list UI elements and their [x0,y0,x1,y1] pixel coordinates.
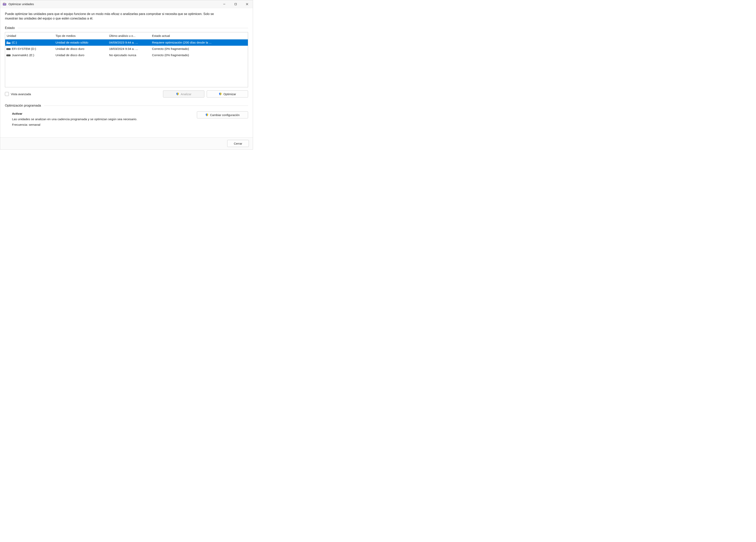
svg-rect-13 [7,42,8,43]
drive-name: (C:) [12,41,17,44]
checkbox-icon [5,92,9,96]
scheduled-section-header: Optimización programada [5,104,248,107]
svg-rect-1 [3,4,6,4]
scheduled-description: Las unidades se analizan en una cadencia… [12,116,193,122]
drive-media-type: Unidad de disco duro [54,47,107,51]
analyze-button[interactable]: Analizar [163,90,204,97]
drive-last-run: 18/03/2024 9:34 a. ... [107,47,150,51]
table-header: Unidad Tipo de medios Último análisis u … [5,32,248,39]
column-header-state[interactable]: Estado actual [150,34,239,37]
svg-point-4 [5,3,5,3]
drive-last-run: 04/09/2023 9:44 a. ... [107,41,150,44]
drive-media-type: Unidad de disco duro [54,53,107,57]
titlebar: Optimizar unidades [0,0,253,8]
drive-current-state: Correcto (0% fragmentado) [150,53,248,57]
scheduled-frequency: Frecuencia: semanal [12,122,193,127]
drive-current-state: Requiere optimización (200 días desde la… [150,41,248,44]
content-area: Puede optimizar las unidades para que el… [0,8,253,137]
optimize-button-label: Optimizar [223,92,236,96]
bottom-bar: Cerrar [0,137,253,149]
svg-rect-18 [7,55,9,56]
drive-name: EFI-SYSTEM (D:) [12,47,36,51]
change-settings-label: Cambiar configuración [210,113,240,117]
description-text: Puede optimizar las unidades para que el… [5,12,227,21]
scheduled-section-label: Optimización programada [5,104,41,107]
svg-rect-10 [7,41,7,42]
maximize-button[interactable] [230,0,241,8]
svg-point-16 [10,49,10,49]
shield-icon [205,113,208,116]
drive-last-run: No ejecutado nunca [107,53,150,57]
svg-rect-9 [6,43,10,44]
column-header-unit[interactable]: Unidad [5,34,54,37]
table-row[interactable]: EFI-SYSTEM (D:) Unidad de disco duro 18/… [5,46,248,52]
drives-table[interactable]: Unidad Tipo de medios Último análisis u … [5,32,248,87]
close-button[interactable] [241,0,253,8]
change-settings-button[interactable]: Cambiar configuración [197,111,248,118]
optimize-drives-window: Optimizar unidades Puede optimizar las u… [0,0,253,149]
scheduled-body: Activar Las unidades se analizan en una … [5,111,248,127]
optimize-button[interactable]: Optimizar [207,90,248,97]
drive-name: Juanmatek1 (E:) [12,53,34,57]
drive-icon [6,54,11,57]
svg-rect-11 [7,41,8,42]
svg-point-3 [4,2,5,3]
window-title: Optimizar unidades [8,2,34,6]
minimize-button[interactable] [219,0,230,8]
status-section-label: Estado [5,26,15,30]
drive-current-state: Correcto (0% fragmentado) [150,47,248,51]
table-body: (C:) Unidad de estado sólido 04/09/2023 … [5,39,248,58]
close-button-label: Cerrar [234,142,242,145]
advanced-view-checkbox[interactable]: Vista avanzada [5,92,31,96]
shield-icon [176,92,179,95]
shield-icon [219,92,222,95]
close-dialog-button[interactable]: Cerrar [227,140,249,147]
svg-rect-15 [7,49,9,49]
analyze-button-label: Analizar [181,92,191,96]
advanced-view-label: Vista avanzada [11,92,31,96]
svg-rect-12 [7,42,7,43]
drive-icon [6,41,11,44]
scheduled-heading: Activar [12,111,193,116]
app-icon [3,2,6,6]
column-header-last[interactable]: Último análisis u o... [107,34,150,37]
scheduled-text: Activar Las unidades se analizan en una … [12,111,193,127]
drive-icon [6,47,11,50]
table-row[interactable]: (C:) Unidad de estado sólido 04/09/2023 … [5,39,248,46]
below-table-row: Vista avanzada Analizar [5,90,248,97]
svg-point-19 [10,55,10,56]
table-row[interactable]: Juanmatek1 (E:) Unidad de disco duro No … [5,52,248,58]
scheduled-section: Optimización programada Activar Las unid… [5,104,248,127]
svg-rect-6 [235,3,237,5]
window-controls [219,0,253,8]
drive-media-type: Unidad de estado sólido [54,41,107,44]
column-header-media[interactable]: Tipo de medios [54,34,107,37]
svg-point-2 [3,3,4,3]
status-section-header: Estado [5,26,248,30]
